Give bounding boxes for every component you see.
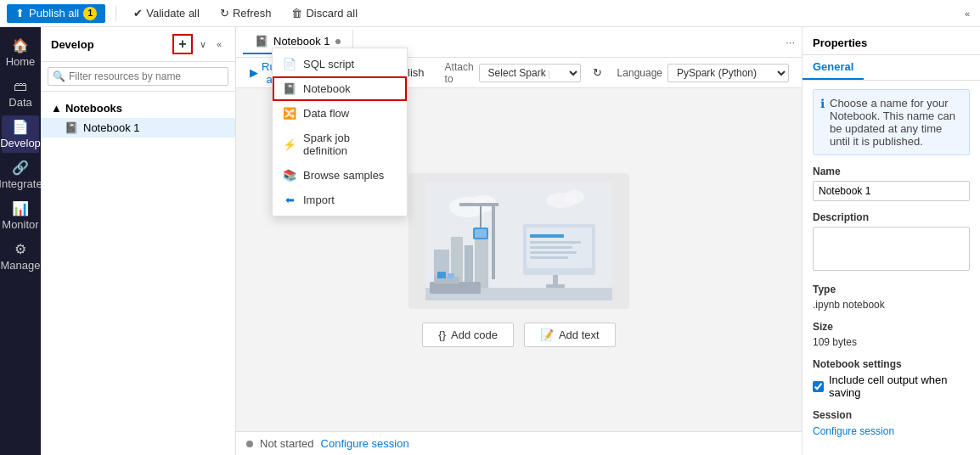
sidebar-item-data[interactable]: 🗃 Data: [2, 75, 39, 112]
spark-pool-select[interactable]: Select Spark pool: [479, 64, 581, 82]
import-icon: ⬅: [283, 194, 296, 206]
notebook-label: Notebook: [303, 82, 351, 95]
sidebar-collapse-button[interactable]: «: [213, 34, 225, 54]
include-cell-output-checkbox[interactable]: [813, 381, 824, 392]
description-textarea[interactable]: [813, 227, 970, 271]
nav-label-manage: Manage: [1, 259, 41, 272]
sidebar-item-develop[interactable]: 📄 Develop: [2, 115, 39, 153]
data-icon: 🗃: [14, 79, 27, 94]
svg-rect-18: [492, 203, 495, 279]
info-box: ℹ Choose a name for your Notebook. This …: [813, 89, 970, 155]
attach-to-label: Attach to: [445, 61, 474, 85]
dropdown-item-sql-script[interactable]: 📄 SQL script: [273, 52, 407, 76]
svg-rect-15: [530, 256, 568, 259]
svg-rect-19: [459, 203, 498, 206]
publish-all-label: Publish all: [29, 7, 79, 20]
unsaved-dot: [335, 39, 341, 44]
publish-all-button[interactable]: ⬆ Publish all 1: [7, 4, 105, 23]
search-input[interactable]: [48, 67, 228, 86]
sidebar-item-integrate[interactable]: 🔗 Integrate: [2, 156, 39, 194]
manage-icon: ⚙: [14, 241, 26, 257]
list-item[interactable]: 📓 Notebook 1: [41, 118, 235, 138]
notebook-item-label: Notebook 1: [83, 121, 140, 134]
type-label: Type: [813, 284, 970, 295]
import-label: Import: [303, 194, 335, 206]
add-code-label: Add code: [451, 329, 498, 341]
name-label: Name: [813, 166, 970, 177]
notebook-settings-field: Notebook settings Include cell output wh…: [813, 358, 970, 399]
notebook-tab-label: Notebook 1: [273, 35, 330, 48]
tab-more-button[interactable]: ···: [786, 36, 795, 48]
data-flow-icon: 🔀: [283, 107, 296, 120]
refresh-pool-button[interactable]: ↻: [586, 64, 609, 81]
notebook-icon: 📓: [283, 82, 296, 95]
language-select[interactable]: PySpark (Python): [667, 64, 789, 82]
sidebar-search: 🔍: [41, 62, 235, 92]
svg-rect-22: [475, 229, 487, 238]
refresh-button[interactable]: ↻ Refresh: [213, 5, 279, 21]
dropdown-item-notebook[interactable]: 📓 Notebook: [273, 76, 407, 101]
configure-session-properties-link[interactable]: Configure session: [813, 425, 894, 437]
session-field: Session Configure session: [813, 409, 970, 437]
size-field: Size 109 bytes: [813, 321, 970, 348]
home-icon: 🏠: [12, 37, 29, 53]
properties-panel: Properties General ℹ Choose a name for y…: [802, 27, 980, 455]
code-icon: {}: [438, 329, 446, 341]
add-text-button[interactable]: 📝 Add text: [524, 323, 616, 347]
data-flow-label: Data flow: [303, 107, 349, 120]
svg-rect-24: [430, 282, 481, 294]
publish-all-badge: 1: [83, 7, 97, 20]
dropdown-item-browse-samples[interactable]: 📚 Browse samples: [273, 163, 407, 188]
general-tab-label: General: [813, 60, 853, 73]
sidebar-chevron-button[interactable]: ∨: [196, 34, 210, 54]
sidebar-title: Develop: [51, 38, 94, 51]
toolbar-icon-btn-1[interactable]: ⊞: [794, 65, 802, 81]
add-code-button[interactable]: {} Add code: [422, 323, 514, 347]
sidebar-item-monitor[interactable]: 📊 Monitor: [2, 197, 39, 234]
status-dot: [246, 441, 253, 447]
svg-rect-26: [437, 272, 446, 278]
separator-1: [115, 6, 116, 21]
include-cell-output-row: Include cell output when saving: [813, 374, 970, 399]
notebooks-header[interactable]: ▲ Notebooks: [41, 98, 235, 118]
discard-all-label: Discard all: [306, 7, 358, 20]
type-field: Type .ipynb notebook: [813, 284, 970, 311]
publish-icon: ⬆: [15, 7, 25, 20]
sidebar-item-home[interactable]: 🏠 Home: [2, 34, 39, 71]
nav-label-data: Data: [8, 96, 31, 109]
sidebar-header: Develop + ∨ «: [41, 27, 235, 62]
name-field: Name: [813, 166, 970, 201]
dropdown-item-import[interactable]: ⬅ Import: [273, 188, 407, 212]
size-label: Size: [813, 321, 970, 333]
nav-label-integrate: Integrate: [0, 177, 42, 190]
browse-samples-label: Browse samples: [303, 169, 384, 182]
discard-icon: 🗑: [291, 7, 302, 20]
type-value: .ipynb notebook: [813, 299, 970, 311]
sidebar-item-manage[interactable]: ⚙ Manage: [2, 238, 39, 275]
triangle-icon: ▲: [51, 102, 62, 115]
svg-rect-16: [553, 275, 558, 285]
configure-session-link[interactable]: Configure session: [321, 437, 409, 450]
top-collapse-button[interactable]: «: [961, 7, 973, 20]
refresh-pool-icon: ↻: [593, 66, 602, 79]
discard-all-button[interactable]: 🗑 Discard all: [284, 5, 364, 21]
toolbar-right-actions: ⊞ ⚙ ···: [794, 65, 802, 81]
svg-rect-20: [480, 206, 482, 228]
notebook-item-icon: 📓: [65, 121, 78, 134]
name-input[interactable]: [813, 181, 970, 201]
status-label: Not started: [260, 437, 314, 450]
refresh-icon: ↻: [220, 7, 229, 20]
sql-script-label: SQL script: [303, 58, 354, 70]
dropdown-item-spark-job[interactable]: ⚡ Spark job definition: [273, 126, 407, 163]
tab-general[interactable]: General: [803, 55, 864, 80]
develop-icon: 📄: [12, 119, 29, 135]
dropdown-item-data-flow[interactable]: 🔀 Data flow: [273, 101, 407, 126]
nav-label-develop: Develop: [0, 137, 41, 149]
description-label: Description: [813, 211, 970, 223]
nav-label-monitor: Monitor: [2, 218, 38, 231]
illustration-svg: [425, 182, 612, 301]
validate-all-button[interactable]: ✔ Validate all: [127, 5, 206, 21]
properties-title-text: Properties: [813, 37, 867, 49]
add-new-button[interactable]: +: [172, 34, 193, 54]
language-label-text: Language: [617, 67, 662, 79]
